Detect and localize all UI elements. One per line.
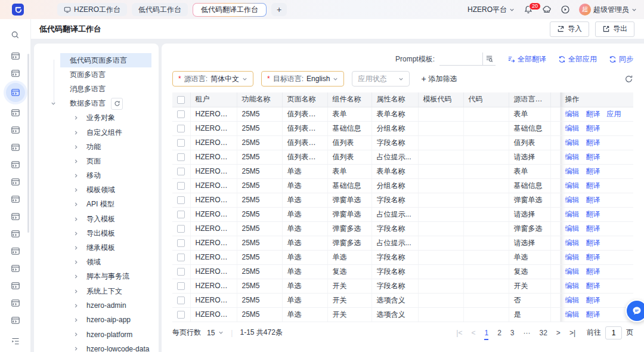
menu-item-hzero-admin[interactable]: hzero-admin bbox=[34, 298, 159, 313]
action-link-编辑[interactable]: 编辑 bbox=[565, 267, 580, 276]
row-checkbox[interactable] bbox=[177, 225, 185, 233]
action-link-编辑[interactable]: 编辑 bbox=[565, 282, 580, 290]
user-menu[interactable]: 超 超级管理员 bbox=[579, 4, 637, 16]
add-filter-button[interactable]: + 添加筛选 bbox=[421, 74, 457, 84]
action-link-编辑[interactable]: 编辑 bbox=[565, 167, 580, 175]
menu-item-功能[interactable]: 功能 bbox=[34, 140, 159, 154]
first-page-button[interactable]: |< bbox=[456, 329, 462, 337]
menu-item-消息多语言[interactable]: 消息多语言 bbox=[34, 82, 159, 96]
collapse-menu-icon[interactable] bbox=[6, 335, 25, 352]
action-link-翻译[interactable]: 翻译 bbox=[586, 167, 600, 175]
apply-status-select[interactable]: 应用状态 bbox=[352, 71, 410, 87]
chevron-right-icon[interactable] bbox=[73, 115, 79, 121]
translate-all-button[interactable]: 全部翻译 bbox=[507, 54, 546, 64]
chevron-right-icon[interactable] bbox=[73, 245, 79, 251]
chevron-right-icon[interactable] bbox=[73, 346, 79, 351]
menu-item-业务对象[interactable]: 业务对象 bbox=[34, 111, 159, 125]
action-link-翻译[interactable]: 翻译 bbox=[586, 239, 600, 247]
image-gear-icon[interactable] bbox=[6, 208, 25, 225]
page-number-2[interactable]: 2 bbox=[497, 329, 501, 337]
menu-item-hzero-platform[interactable]: hzero-platform bbox=[34, 328, 159, 342]
sliders-icon[interactable] bbox=[6, 242, 25, 260]
menu-item-脚本与事务流[interactable]: 脚本与事务流 bbox=[34, 270, 159, 284]
chevron-right-icon[interactable] bbox=[73, 332, 79, 337]
action-link-编辑[interactable]: 编辑 bbox=[565, 138, 580, 147]
row-checkbox[interactable] bbox=[177, 168, 185, 175]
chevron-right-icon[interactable] bbox=[73, 144, 79, 150]
select-all-checkbox[interactable] bbox=[177, 96, 185, 104]
apply-all-button[interactable]: 全部应用 bbox=[558, 54, 597, 64]
row-checkbox[interactable] bbox=[177, 268, 185, 276]
folder-gear-icon[interactable] bbox=[6, 156, 25, 173]
platform-switcher[interactable]: HZERO平台 bbox=[467, 5, 515, 15]
refresh-table-button[interactable] bbox=[624, 75, 633, 84]
chevron-right-icon[interactable] bbox=[73, 260, 79, 265]
sitemap-icon[interactable] bbox=[6, 173, 25, 190]
goto-page-input[interactable] bbox=[605, 326, 622, 339]
action-link-翻译[interactable]: 翻译 bbox=[586, 110, 600, 118]
import-button[interactable]: 导入 bbox=[550, 21, 589, 37]
chevron-right-icon[interactable] bbox=[73, 231, 79, 236]
action-link-编辑[interactable]: 编辑 bbox=[565, 253, 580, 261]
action-link-翻译[interactable]: 翻译 bbox=[586, 181, 600, 190]
action-link-编辑[interactable]: 编辑 bbox=[565, 124, 580, 132]
chevron-right-icon[interactable] bbox=[73, 159, 79, 164]
action-link-翻译[interactable]: 翻译 bbox=[586, 296, 600, 304]
target-language-select[interactable]: * 目标语言: English bbox=[261, 71, 344, 87]
page-number-32[interactable]: 32 bbox=[540, 329, 547, 337]
robot-service-icon[interactable] bbox=[6, 64, 25, 82]
menu-item-自定义组件[interactable]: 自定义组件 bbox=[34, 125, 159, 140]
crown-icon[interactable] bbox=[6, 311, 25, 329]
row-checkbox[interactable] bbox=[177, 139, 185, 147]
chevron-right-icon[interactable] bbox=[73, 202, 79, 207]
row-checkbox[interactable] bbox=[177, 254, 185, 261]
flow-icon[interactable] bbox=[6, 260, 25, 277]
menu-item-继承模板[interactable]: 继承模板 bbox=[34, 240, 159, 255]
row-checkbox[interactable] bbox=[177, 282, 185, 290]
tab-lowcode-workbench[interactable]: 低代码工作台 bbox=[132, 3, 188, 16]
menu-item-页面多语言[interactable]: 页面多语言 bbox=[34, 67, 159, 82]
chevron-right-icon[interactable] bbox=[73, 289, 79, 294]
hzero-logo-icon[interactable] bbox=[12, 4, 24, 16]
row-checkbox[interactable] bbox=[177, 297, 185, 304]
menu-item-hzero-lowcode-data[interactable]: hzero-lowcode-data bbox=[34, 342, 159, 352]
action-link-编辑[interactable]: 编辑 bbox=[565, 296, 580, 304]
page-ellipsis[interactable]: ··· bbox=[524, 329, 531, 337]
action-link-应用[interactable]: 应用 bbox=[607, 110, 621, 118]
chevron-right-icon[interactable] bbox=[73, 303, 79, 308]
menu-item-API-模型[interactable]: API 模型 bbox=[34, 197, 159, 212]
tab-lowcode-translate-active[interactable]: 低代码翻译工作台 bbox=[193, 3, 267, 17]
chevron-right-icon[interactable] bbox=[73, 187, 79, 193]
action-link-翻译[interactable]: 翻译 bbox=[586, 282, 600, 290]
last-page-button[interactable]: >| bbox=[569, 329, 575, 337]
next-page-button[interactable]: > bbox=[556, 329, 561, 337]
menu-item-模板领域[interactable]: 模板领域 bbox=[34, 183, 159, 197]
menu-item-低代码页面多语言[interactable]: 低代码页面多语言 bbox=[34, 53, 159, 67]
row-checkbox[interactable] bbox=[177, 211, 185, 218]
chat-assistant-button[interactable] bbox=[626, 299, 644, 322]
lookup-icon[interactable] bbox=[482, 53, 496, 65]
source-language-select[interactable]: * 源语言: 简体中文 bbox=[172, 71, 253, 87]
page-code-icon[interactable] bbox=[6, 104, 25, 121]
menu-item-导出模板[interactable]: 导出模板 bbox=[34, 226, 159, 240]
sync-button[interactable]: 同步 bbox=[609, 54, 633, 64]
mail-settings-icon[interactable] bbox=[6, 138, 25, 156]
tab-hzero-workbench[interactable]: HZERO工作台 bbox=[57, 3, 127, 16]
image-chart-icon[interactable] bbox=[6, 294, 25, 311]
rail-scrollbar[interactable] bbox=[27, 54, 29, 233]
search-icon[interactable] bbox=[6, 26, 25, 44]
page-number-1[interactable]: 1 bbox=[484, 329, 488, 337]
export-button[interactable]: 导出 bbox=[595, 21, 634, 37]
action-link-编辑[interactable]: 编辑 bbox=[565, 210, 580, 218]
action-link-编辑[interactable]: 编辑 bbox=[565, 110, 580, 118]
menu-item-系统上下文[interactable]: 系统上下文 bbox=[34, 284, 159, 298]
chevron-right-icon[interactable] bbox=[73, 173, 79, 178]
prev-page-button[interactable]: < bbox=[471, 329, 475, 337]
menu-item-hzero-aip-app[interactable]: hzero-aip-app bbox=[34, 313, 159, 327]
row-checkbox[interactable] bbox=[177, 182, 185, 190]
action-link-编辑[interactable]: 编辑 bbox=[565, 239, 580, 247]
chevron-right-icon[interactable] bbox=[73, 317, 79, 323]
action-link-翻译[interactable]: 翻译 bbox=[586, 267, 600, 276]
chevron-right-icon[interactable] bbox=[73, 130, 79, 135]
rows-per-page-select[interactable]: 15 bbox=[207, 329, 224, 337]
